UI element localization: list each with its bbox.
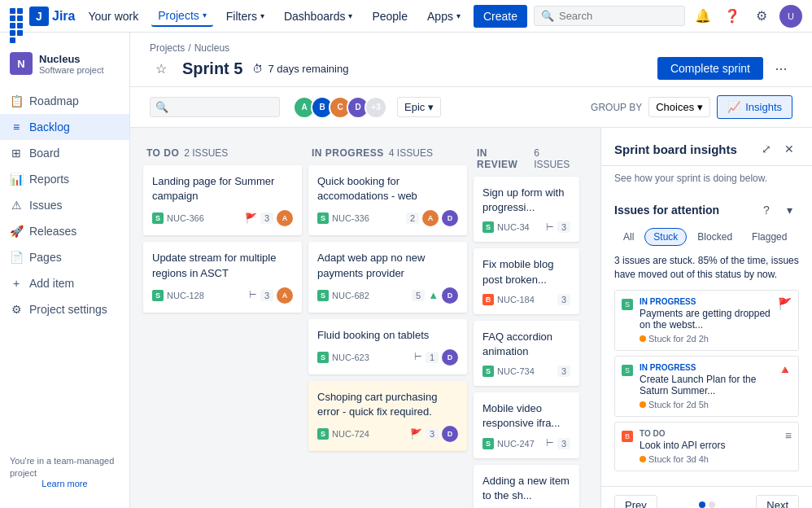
sidebar-item-issues[interactable]: ⚠ Issues [0, 192, 129, 218]
card-title: Cshoping cart purchasing error - quick f… [317, 390, 458, 419]
breadcrumb-nucleus[interactable]: Nucleus [194, 42, 229, 54]
tab-stuck[interactable]: Stuck [644, 228, 687, 246]
issue-id: NUC-184 [497, 295, 535, 304]
sidebar-item-board[interactable]: ⊞ Board [0, 140, 129, 166]
jira-logo-text: Jira [52, 9, 75, 24]
card-title: Update stream for multiple regions in AS… [152, 251, 293, 280]
subtask-icon: ⊢ [249, 290, 257, 300]
sidebar-label-pages: Pages [29, 251, 62, 264]
expand-icon[interactable]: ⤢ [757, 139, 776, 159]
card-nuc184[interactable]: Fix mobile blog post broken... B NUC-184… [474, 248, 579, 313]
notifications-icon[interactable]: 🔔 [692, 5, 714, 28]
apps-nav[interactable]: Apps ▾ [421, 7, 467, 26]
card-title: Quick booking for accomodations - web [317, 174, 458, 204]
card-nuc336[interactable]: Quick booking for accomodations - web S … [308, 165, 467, 235]
attention-expand-icon[interactable]: ▾ [779, 200, 799, 220]
board-search-icon: 🔍 [155, 101, 168, 113]
jira-logo[interactable]: J Jira [29, 7, 75, 26]
issue-id: NUC-128 [167, 291, 204, 300]
sidebar-item-backlog[interactable]: ≡ Backlog [0, 114, 129, 140]
card-nuc324[interactable]: Adding a new item to the sh... S NUC-324… [474, 465, 579, 509]
attention-section-title: Issues for attention [614, 204, 719, 217]
filters-nav[interactable]: Filters ▾ [220, 7, 271, 26]
card-nuc366[interactable]: Landing page for Summer campaign S NUC-3… [143, 165, 302, 235]
bug-type-icon: B [622, 431, 633, 442]
help-icon[interactable]: ❓ [721, 5, 744, 28]
prev-button[interactable]: Prev [614, 495, 657, 508]
breadcrumb-projects[interactable]: Projects [150, 42, 185, 54]
issue-id: NUC-724 [332, 429, 369, 439]
tab-all[interactable]: All [614, 228, 643, 246]
sidebar-item-pages[interactable]: 📄 Pages [0, 244, 129, 270]
tab-blocked[interactable]: Blocked [688, 228, 741, 246]
nav-dot-2 [709, 501, 715, 508]
card-nuc247[interactable]: Mobile video responsive ifra... S NUC-24… [474, 392, 579, 458]
settings-icon[interactable]: ⚙ [750, 5, 773, 28]
releases-icon: 🚀 [10, 225, 23, 238]
column-title-inreview: IN REVIEW [477, 147, 529, 170]
star-button[interactable]: ☆ [150, 57, 172, 80]
more-button[interactable]: ··· [770, 57, 792, 80]
reports-icon: 📊 [10, 173, 23, 186]
tab-flagged[interactable]: Flagged [743, 228, 796, 246]
sidebar-item-project-settings[interactable]: ⚙ Project settings [0, 296, 129, 322]
search-input[interactable] [559, 10, 678, 22]
days-remaining: ⏱ 7 days remaining [252, 63, 348, 75]
attention-help-icon[interactable]: ? [757, 200, 776, 220]
issue-id: NUC-336 [332, 213, 369, 223]
subtask-icon: ⊢ [414, 352, 422, 362]
apps-grid-icon[interactable] [10, 8, 26, 24]
page-title: Sprint 5 [182, 59, 242, 78]
stuck-issue-3[interactable]: B TO DO Look into API errors Stuck for 3… [614, 422, 799, 471]
column-count-inprogress: 4 ISSUES [389, 147, 433, 159]
roadmap-icon: 📋 [10, 94, 23, 107]
card-nuc34[interactable]: Sign up form with progressi... S NUC-34 … [474, 177, 579, 242]
dashboards-nav[interactable]: Dashboards ▾ [277, 7, 360, 26]
people-nav[interactable]: People [365, 7, 414, 26]
card-title: Fix mobile blog post broken... [482, 257, 570, 287]
sidebar-item-reports[interactable]: 📊 Reports [0, 166, 129, 192]
card-nuc682[interactable]: Adapt web app no new payments provider S… [308, 242, 467, 312]
sidebar-item-releases[interactable]: 🚀 Releases [0, 218, 129, 244]
backlog-icon: ≡ [10, 120, 23, 134]
issues-icon: ⚠ [10, 199, 23, 212]
card-nuc128[interactable]: Update stream for multiple regions in AS… [143, 242, 302, 312]
assignee-avatar-2: D [442, 210, 458, 226]
sidebar-item-roadmap[interactable]: 📋 Roadmap [0, 88, 129, 114]
your-work-nav[interactable]: Your work [81, 7, 145, 26]
stuck-badge: Stuck for 3d 4h [640, 454, 779, 464]
user-avatar[interactable]: U [779, 5, 802, 28]
card-nuc623[interactable]: Fluid booking on tablets S NUC-623 ⊢ 1 D [308, 319, 467, 374]
column-title-inprogress: IN PROGRESS [312, 147, 384, 159]
stuck-issue-2[interactable]: S IN PROGRESS Create Launch Plan for the… [614, 356, 799, 417]
next-button[interactable]: Next [756, 495, 799, 508]
column-todo: TO DO 2 ISSUES Landing page for Summer c… [143, 141, 302, 495]
stuck-issue-1[interactable]: S IN PROGRESS Payments are getting dropp… [614, 290, 799, 351]
projects-nav[interactable]: Projects ▾ [151, 6, 213, 27]
card-nuc724[interactable]: Cshoping cart purchasing error - quick f… [308, 381, 467, 451]
choices-button[interactable]: Choices ▾ [648, 97, 710, 117]
card-nuc734[interactable]: FAQ accordion animation S NUC-734 3 [474, 321, 579, 386]
close-icon[interactable]: ✕ [779, 139, 799, 159]
issue-id: NUC-682 [332, 291, 369, 300]
assignee-avatar: A [277, 287, 293, 304]
avatar-count[interactable]: +3 [365, 96, 387, 119]
main-content: Projects / Nucleus ☆ Sprint 5 ⏱ 7 days r… [130, 33, 812, 508]
sidebar-label-add-item: Add item [29, 277, 74, 290]
board-search-input[interactable] [172, 101, 274, 113]
subtask-icon: ⊢ [546, 222, 554, 233]
epic-filter-button[interactable]: Epic ▾ [397, 97, 441, 117]
board-toolbar: 🔍 A B C D +3 Epic ▾ GROUP BY Choices ▾ [130, 87, 812, 128]
complete-sprint-button[interactable]: Complete sprint [657, 57, 763, 80]
sidebar-project[interactable]: N Nucleus Software project [0, 46, 129, 88]
story-points: 2 [406, 212, 419, 224]
days-remaining-text: 7 days remaining [268, 63, 348, 75]
sidebar-label-roadmap: Roadmap [29, 94, 79, 107]
sidebar-item-add-item[interactable]: + Add item [0, 270, 129, 296]
board-search[interactable]: 🔍 [150, 97, 280, 117]
insights-button[interactable]: 📈 Insights [717, 95, 792, 119]
story-points: 3 [557, 366, 570, 377]
search-bar[interactable]: 🔍 [534, 6, 685, 26]
create-button[interactable]: Create [474, 5, 527, 28]
learn-more-link[interactable]: Learn more [10, 479, 120, 488]
